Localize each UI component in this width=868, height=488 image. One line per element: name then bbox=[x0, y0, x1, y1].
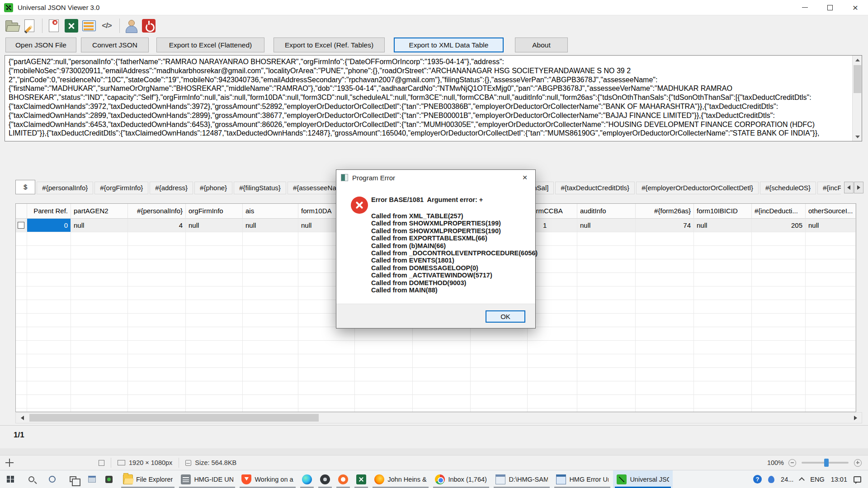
taskbar-item-firefox[interactable]: John Heins & ... bbox=[371, 470, 430, 488]
language-indicator[interactable]: ENG bbox=[807, 470, 827, 488]
taskbar-item-file-explorer[interactable]: File Explorer bbox=[119, 470, 176, 488]
chevron-up-icon bbox=[799, 477, 805, 483]
move-tool-icon[interactable] bbox=[5, 458, 14, 468]
export-to-xml-data-table-button[interactable]: Export to XML Data Table bbox=[394, 38, 504, 52]
column-header-personalinfo[interactable]: #{personalInfo} bbox=[128, 204, 186, 219]
taskbar-item-hmg-ide[interactable]: HMG-IDE UN... bbox=[177, 470, 237, 488]
cell bbox=[243, 408, 298, 412]
edit-toolbar-button[interactable] bbox=[21, 18, 38, 34]
zoom-slider[interactable] bbox=[802, 462, 849, 464]
column-header-incdeducti[interactable]: #{incDeducti... bbox=[752, 204, 806, 219]
cell bbox=[806, 273, 856, 286]
notification-center-button[interactable] bbox=[850, 470, 864, 488]
error-stack-trace: Called from XML_TABLE(257)Called from SH… bbox=[371, 212, 538, 294]
column-header-orgfirminfo[interactable]: orgFirmInfo bbox=[186, 204, 243, 219]
taskbar-item-json-viewer[interactable]: Universal JSO... bbox=[613, 470, 673, 488]
vertical-scrollbar[interactable] bbox=[852, 56, 862, 141]
column-header-parent-ref[interactable]: Parent Ref. bbox=[27, 204, 71, 219]
zoom-out-icon[interactable] bbox=[788, 459, 796, 467]
export-to-excel-ref-tables-button[interactable]: Export to Excel (Ref. Tables) bbox=[274, 38, 385, 52]
scroll-left-arrow-icon[interactable] bbox=[16, 413, 28, 423]
taskbar-item-hmg-window[interactable]: D:\HMG-SAM... bbox=[492, 470, 552, 488]
taskbar-item-chrome[interactable]: Inbox (1,764) ... bbox=[431, 470, 491, 488]
start-button[interactable] bbox=[0, 470, 21, 488]
close-button[interactable]: × bbox=[843, 0, 868, 15]
validate-json-toolbar-button[interactable] bbox=[46, 18, 62, 34]
desktop-strip bbox=[0, 449, 868, 455]
taskbar-item-orange-app[interactable] bbox=[335, 470, 352, 488]
open-file-toolbar-button[interactable] bbox=[4, 18, 20, 34]
export-to-excel-flattened-button[interactable]: Export to Excel (Flattened) bbox=[156, 38, 264, 52]
column-header-checkbox[interactable] bbox=[16, 204, 27, 219]
tab-root[interactable]: $ bbox=[15, 180, 35, 194]
ok-button[interactable]: OK bbox=[486, 310, 525, 323]
column-header-partagen2[interactable]: partAGEN2 bbox=[71, 204, 128, 219]
taskbar-item-label: HMG Error Un... bbox=[569, 476, 609, 483]
taskbar-item-dark-app[interactable] bbox=[316, 470, 334, 488]
json-text-area[interactable]: {"partAGEN2":null,"personalInfo":{"fathe… bbox=[5, 55, 862, 141]
cell bbox=[694, 368, 752, 381]
cell bbox=[27, 327, 71, 341]
scroll-down-arrow-icon[interactable] bbox=[853, 132, 862, 141]
task-view-button[interactable] bbox=[62, 470, 83, 488]
tab-address[interactable]: #{address} bbox=[150, 182, 193, 194]
open-json-file-button[interactable]: Open JSON File bbox=[5, 38, 76, 52]
taskbar-item-edge[interactable] bbox=[298, 470, 316, 488]
about-toolbar-button[interactable] bbox=[123, 18, 139, 34]
about-button[interactable]: About bbox=[515, 38, 568, 52]
pinned-app-button[interactable] bbox=[83, 470, 100, 488]
help-tray-button[interactable]: ? bbox=[750, 470, 765, 488]
minimize-button[interactable] bbox=[792, 0, 817, 15]
taskbar-item-brave[interactable]: Working on a ... bbox=[238, 470, 297, 488]
dialog-close-icon[interactable]: × bbox=[514, 170, 535, 185]
cell-personalinfo: 4 bbox=[128, 219, 186, 232]
tab-taxdeductcreditdtls[interactable]: #{taxDeductCreditDtls} bbox=[555, 182, 635, 194]
taskbar-item-hmg-window2[interactable]: HMG Error Un... bbox=[552, 470, 612, 488]
weather-widget[interactable]: 24... bbox=[778, 470, 797, 488]
tab-scroll-right-button[interactable] bbox=[854, 182, 863, 193]
cell bbox=[298, 368, 355, 381]
tab-employerordeductororcollectdetl[interactable]: #{employerOrDeductorOrCollectDetl} bbox=[636, 182, 759, 194]
tab-incfromow[interactable]: #{incFromOw bbox=[817, 182, 841, 194]
column-header-auditinfo[interactable]: auditInfo bbox=[577, 204, 636, 219]
search-button[interactable] bbox=[21, 470, 42, 488]
clock[interactable]: 13:01 bbox=[828, 470, 850, 488]
dialog-title: Program Error bbox=[352, 174, 395, 182]
export-excel-toolbar-button[interactable] bbox=[63, 18, 80, 34]
exit-toolbar-button[interactable] bbox=[141, 18, 157, 34]
tab-phone[interactable]: #{phone} bbox=[194, 182, 232, 194]
tab-orgfirminfo[interactable]: #{orgFirmInfo} bbox=[94, 182, 148, 194]
cell-auditinfo: null bbox=[577, 219, 636, 232]
column-header-form26as[interactable]: #{form26as} bbox=[636, 204, 694, 219]
column-header-othersourcei[interactable]: otherSourceI... bbox=[806, 204, 856, 219]
cortana-button[interactable] bbox=[42, 470, 62, 488]
row-checkbox[interactable] bbox=[18, 222, 24, 229]
cell bbox=[71, 314, 128, 327]
taskbar-item-label: HMG-IDE UN... bbox=[194, 476, 233, 483]
tab-personalinfo[interactable]: #{personalInfo} bbox=[37, 182, 93, 194]
zoom-slider-handle[interactable] bbox=[824, 459, 829, 467]
cell bbox=[27, 395, 71, 408]
cell bbox=[806, 354, 856, 368]
horizontal-scrollbar-thumb[interactable] bbox=[29, 414, 319, 422]
export-xml-toolbar-button[interactable]: </> bbox=[99, 18, 115, 34]
tab-scheduleos[interactable]: #{scheduleOS} bbox=[760, 182, 816, 194]
taskbar-item-excel[interactable] bbox=[353, 470, 370, 488]
maximize-button[interactable] bbox=[817, 0, 843, 15]
tab-filingstatus[interactable]: #{filingStatus} bbox=[234, 182, 286, 194]
tray-app-button[interactable] bbox=[765, 470, 778, 488]
horizontal-scrollbar[interactable] bbox=[15, 412, 862, 423]
convert-json-button[interactable]: Convert JSON bbox=[81, 38, 149, 52]
tray-overflow-button[interactable] bbox=[797, 470, 807, 488]
pinned-app-button[interactable] bbox=[100, 470, 118, 488]
scroll-right-arrow-icon[interactable] bbox=[849, 413, 862, 423]
vertical-scrollbar-thumb[interactable] bbox=[854, 65, 861, 93]
zoom-in-icon[interactable] bbox=[854, 459, 862, 467]
selection-square-icon[interactable] bbox=[99, 460, 104, 466]
properties-toolbar-button[interactable] bbox=[81, 18, 97, 34]
column-header-ais[interactable]: ais bbox=[243, 204, 298, 219]
cell-incdeducti: 205 bbox=[752, 219, 806, 232]
column-header-form10ibicid[interactable]: form10IBICID bbox=[694, 204, 752, 219]
scroll-up-arrow-icon[interactable] bbox=[853, 56, 862, 64]
tab-scroll-left-button[interactable] bbox=[844, 182, 854, 193]
